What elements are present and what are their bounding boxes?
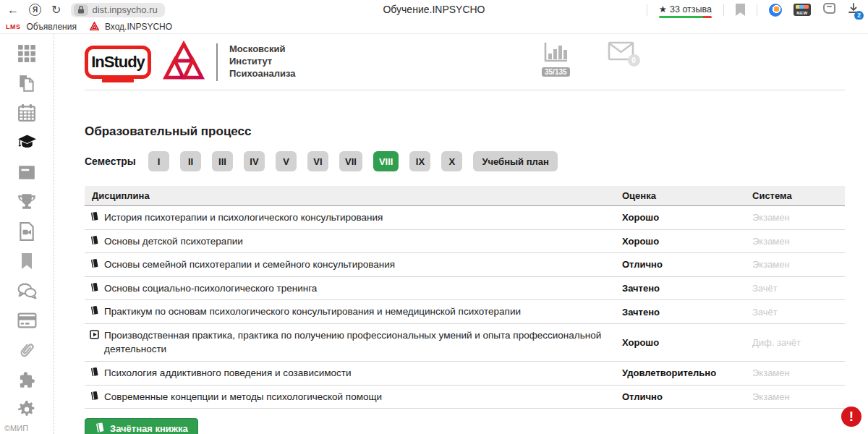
table-row[interactable]: Основы социально-психологического тренин… [85, 277, 845, 301]
credit-card-icon[interactable] [17, 310, 37, 330]
grade-value: Хорошо [622, 212, 752, 223]
archive-box-icon[interactable] [17, 162, 37, 182]
semester-list: IIIIIIIVVVIVIIVIIIIXX [148, 151, 462, 171]
table-row[interactable]: Основы семейной психотерапии и семейного… [85, 253, 845, 277]
semester-tab-VIII[interactable]: VIII [373, 151, 399, 171]
new-tab-icon[interactable]: NEW [793, 4, 811, 16]
bookmarks-bar: LMS Объявления Вход.INPSYCHO [0, 20, 868, 34]
book-icon [90, 367, 99, 380]
progress-stats-button[interactable]: 35/135 [542, 41, 570, 77]
collections-icon[interactable] [822, 2, 836, 17]
semester-tab-VI[interactable]: VI [307, 151, 328, 171]
system-value: Зачёт [752, 283, 845, 294]
semester-tab-I[interactable]: I [148, 151, 169, 171]
mip-triangle-icon [163, 41, 205, 84]
yandex-browser-icon[interactable]: Я [29, 4, 41, 16]
documents-icon[interactable] [17, 73, 37, 93]
bookmark-item-login[interactable]: Вход.INPSYCHO [105, 22, 172, 32]
chat-icon[interactable] [17, 281, 37, 300]
semester-tab-IX[interactable]: IX [409, 151, 430, 171]
book-icon [90, 235, 99, 248]
semester-tab-III[interactable]: III [212, 151, 233, 171]
bookmark-item-announcements[interactable]: Объявления [27, 22, 77, 32]
settings-gear-icon[interactable] [17, 399, 37, 419]
progress-badge: 35/135 [542, 67, 570, 77]
reviews-label: 33 отзыва [670, 4, 712, 14]
col-discipline: Дисциплина [85, 190, 622, 201]
book-icon [90, 211, 99, 224]
grade-value: Хорошо [622, 236, 752, 247]
table-row[interactable]: Производственная практика, практика по п… [85, 324, 845, 362]
semester-tab-IV[interactable]: IV [244, 151, 265, 171]
divider [647, 4, 647, 16]
reviews-button[interactable]: ★ 33 отзыва [659, 4, 712, 16]
table-body: История психотерапии и психологического … [85, 206, 845, 409]
main-content: InStudy Московский Институт Психоанализа… [85, 34, 845, 434]
mip-favicon-icon [90, 20, 99, 33]
sidebar-nav: ©МИП [0, 34, 54, 434]
refresh-icon[interactable]: ↻ [51, 3, 61, 17]
discipline-title: Современные концепции и методы психологи… [104, 390, 382, 404]
back-icon[interactable]: ← [7, 4, 19, 17]
book-icon [90, 258, 99, 271]
lock-icon [74, 4, 88, 16]
page-header: InStudy Московский Институт Психоанализа… [85, 34, 845, 90]
video-file-icon[interactable] [17, 221, 37, 241]
paperclip-icon[interactable] [17, 340, 37, 359]
table-row[interactable]: Современные концепции и методы психологи… [85, 386, 845, 409]
grade-value: Зачтено [622, 307, 752, 318]
calendar-icon[interactable] [17, 103, 37, 122]
discipline-title: Основы семейной психотерапии и семейного… [104, 258, 395, 272]
system-value: Экзамен [752, 212, 845, 223]
system-value: Экзамен [752, 236, 845, 247]
book-icon [90, 305, 99, 318]
bookmark-icon[interactable] [17, 251, 37, 271]
apps-grid-icon[interactable] [17, 43, 37, 63]
grade-value: Хорошо [622, 337, 752, 348]
graduation-cap-icon[interactable] [17, 132, 37, 152]
study-plan-button[interactable]: Учебный план [473, 151, 557, 171]
table-row[interactable]: Психология аддиктивного поведения и соза… [85, 362, 845, 386]
mail-button[interactable]: 0 [608, 41, 634, 64]
puzzle-icon[interactable] [17, 370, 37, 389]
alert-notification-icon[interactable]: ! [841, 407, 861, 427]
logo-divider [216, 43, 218, 81]
browser-logo-icon[interactable] [769, 4, 782, 17]
gradebook-button[interactable]: Зачётная книжка [85, 418, 198, 434]
footer-row: Зачётная книжка [85, 418, 845, 434]
system-value: Экзамен [752, 367, 845, 378]
discipline-title: Практикум по основам психологического ко… [104, 305, 521, 319]
instudy-logo: InStudy [85, 46, 151, 79]
system-value: Экзамен [752, 259, 845, 270]
bar-chart-icon [542, 41, 569, 66]
grade-value: Отлично [622, 391, 752, 402]
reviews-rating-bar [659, 16, 712, 18]
grade-value: Зачтено [622, 283, 752, 294]
table-row[interactable]: Основы детской психотерапии Хорошо Экзам… [85, 230, 845, 254]
downloads-button[interactable]: 2 [848, 3, 859, 17]
disciplines-table: Дисциплина Оценка Система История психот… [85, 186, 845, 409]
address-bar[interactable]: dist.inpsycho.ru [71, 3, 164, 17]
semester-tab-V[interactable]: V [276, 151, 297, 171]
play-video-icon [90, 329, 99, 342]
book-icon [90, 391, 99, 404]
semester-tab-X[interactable]: X [441, 151, 462, 171]
system-value: Зачёт [752, 307, 845, 318]
bookmark-flag-icon[interactable] [736, 4, 745, 16]
grade-value: Отлично [622, 259, 752, 270]
browser-chrome: ← Я ↻ dist.inpsycho.ru Обучение.INPSYCHO… [0, 0, 868, 20]
semester-tab-II[interactable]: II [180, 151, 201, 171]
col-system: Система [752, 190, 845, 201]
mail-badge: 0 [628, 54, 640, 67]
table-row[interactable]: Практикум по основам психологического ко… [85, 300, 845, 324]
star-icon: ★ [659, 4, 667, 14]
discipline-title: Основы социально-психологического тренин… [104, 281, 317, 296]
book-icon [90, 282, 99, 295]
semesters-label: Семестры [85, 156, 148, 167]
semester-tab-VII[interactable]: VII [339, 151, 362, 171]
page-title: Образовательный процесс [85, 124, 845, 139]
discipline-title: Производственная практика, практика по п… [104, 328, 612, 357]
trophy-icon[interactable] [17, 192, 37, 211]
table-row[interactable]: История психотерапии и психологического … [85, 206, 845, 230]
discipline-title: Психология аддиктивного поведения и соза… [104, 366, 351, 380]
